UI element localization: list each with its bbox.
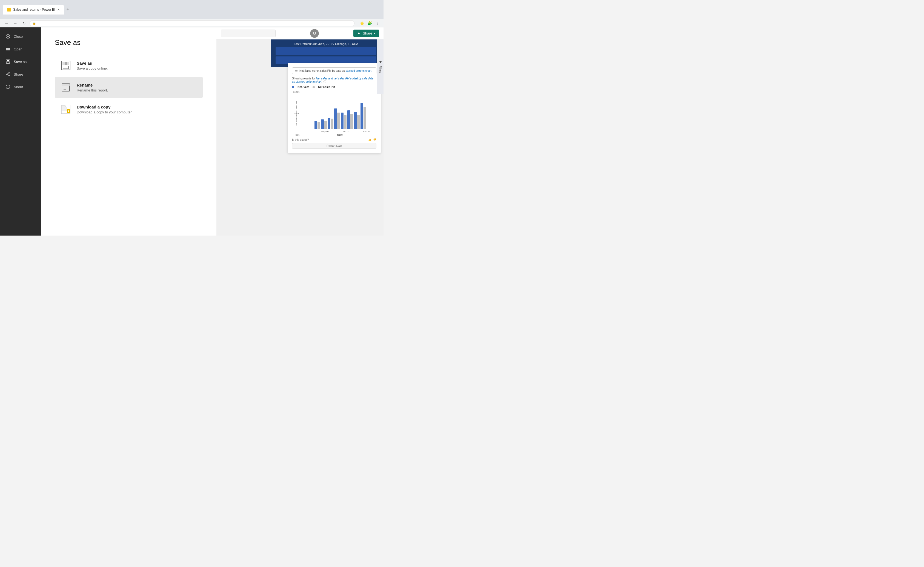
bar-group-4 (334, 108, 340, 129)
bar-ns-8 (360, 103, 363, 129)
browser-address-bar-area: ← → ↻ 🔒 ⭐ 🧩 ⋮ (0, 19, 384, 27)
filters-text: Filters (379, 66, 382, 73)
share-btn-label: Share (363, 31, 372, 35)
share-chevron: ▾ (374, 32, 375, 35)
bar-pm-3 (331, 118, 333, 129)
bar-pm-6 (350, 114, 353, 129)
restart-qa-button[interactable]: Restart Q&A (292, 143, 376, 149)
net-sales-pm-dot (313, 86, 315, 88)
bar-ns-1 (315, 121, 317, 129)
chart-bars (303, 91, 376, 129)
download-copy-desc: Download a copy to your computer. (77, 110, 133, 114)
sidebar: Close Open Save as (0, 27, 41, 236)
save-icon (6, 59, 10, 64)
sidebar-item-about[interactable]: About (0, 81, 41, 93)
qa-useful-text: Is this useful? (292, 138, 309, 141)
sidebar-item-save-as[interactable]: Save as (0, 56, 41, 68)
save-as-online-label: Save as (77, 61, 108, 66)
blue-refresh-banner: Last Refresh: Jun 30th, 2019 / Chicago, … (271, 39, 381, 67)
save-as-label: Save as (14, 60, 27, 64)
sidebar-item-close[interactable]: Close (0, 30, 41, 43)
refresh-button[interactable]: ↻ (21, 20, 27, 27)
bar-group-5 (341, 112, 346, 129)
menu-icon[interactable]: ⋮ (374, 20, 380, 26)
bar-group-2 (321, 119, 327, 129)
user-avatar: U (310, 29, 319, 38)
tab-close-button[interactable]: × (57, 8, 60, 12)
chat-icon (295, 70, 298, 72)
x-label-jun02: Jun 02 (342, 130, 350, 133)
y-tick-0k: $0K (296, 134, 299, 136)
browser-tab-bar: Sales and returns - Power BI × + (0, 0, 384, 19)
qa-results-label: Showing results for Net sales and net sa… (292, 77, 376, 84)
svg-rect-2 (7, 60, 9, 61)
thumbs-up-icon[interactable]: 👍 (368, 138, 372, 141)
filters-tab[interactable]: Filters (377, 39, 384, 94)
save-as-online-text: Save as Save a copy online. (77, 61, 108, 70)
rename-option[interactable]: Rename Rename this report. (55, 77, 203, 98)
address-input[interactable]: 🔒 (30, 20, 354, 26)
qa-search-box[interactable]: Net Sales vs net sales PM by date as sta… (292, 68, 376, 74)
save-as-panel: Save as Save as Save a copy online. (41, 27, 216, 236)
close-icon (6, 34, 10, 39)
chart-y-label: Net Sales and Net Sales PM (296, 101, 297, 126)
y-tick-100k: $100K (293, 91, 299, 93)
svg-line-8 (7, 75, 9, 75)
background-content: U Share ▾ Last Refresh: Jun 30th, 2019 /… (216, 27, 384, 236)
qa-feedback-buttons: 👍 👎 (368, 138, 376, 141)
bar-ns-5 (341, 112, 344, 129)
x-label-jun30: Jun 30 (362, 130, 370, 133)
lock-icon: 🔒 (33, 22, 36, 25)
browser-action-buttons: ⭐ 🧩 ⋮ (359, 20, 380, 26)
bar-ns-6 (347, 110, 350, 129)
sidebar-item-share[interactable]: Share (0, 68, 41, 81)
back-button[interactable]: ← (3, 20, 10, 27)
qa-footer: Is this useful? 👍 👎 (292, 138, 376, 141)
rename-desc: Rename this report. (77, 88, 108, 92)
bar-pm-7 (357, 115, 360, 129)
download-copy-option[interactable]: Download a copy Download a copy to your … (55, 99, 203, 120)
close-label: Close (14, 34, 23, 39)
info-icon (6, 84, 10, 89)
powerbi-topbar: U Share ▾ (216, 27, 384, 39)
blue-bar-1 (276, 47, 376, 55)
svg-rect-15 (63, 66, 69, 69)
last-refresh-text: Last Refresh: Jun 30th, 2019 / Chicago, … (294, 42, 358, 45)
forward-button[interactable]: → (12, 20, 19, 27)
download-icon (60, 104, 71, 115)
extensions-icon[interactable]: 🧩 (366, 20, 372, 26)
download-copy-label: Download a copy (77, 105, 133, 109)
save-as-online-desc: Save a copy online. (77, 66, 108, 70)
open-label: Open (14, 47, 22, 51)
svg-rect-17 (62, 84, 70, 86)
bar-group-7 (354, 112, 360, 129)
thumbs-down-icon[interactable]: 👎 (373, 138, 376, 141)
x-label-may05: May 05 (321, 130, 329, 133)
svg-point-4 (9, 73, 10, 74)
app-container: Close Open Save as (0, 27, 384, 236)
search-box (221, 30, 276, 37)
bar-pm-8 (363, 107, 366, 129)
save-as-online-option[interactable]: Save as Save a copy online. (55, 55, 203, 76)
bar-ns-2 (321, 119, 324, 129)
net-sales-legend-label: Net Sales (297, 86, 309, 88)
bar-pm-4 (337, 112, 340, 129)
bar-ns-3 (328, 118, 330, 129)
new-tab-button[interactable]: + (64, 6, 72, 14)
share-btn-icon (357, 32, 361, 35)
svg-point-6 (7, 74, 8, 75)
bookmark-icon[interactable]: ⭐ (359, 20, 365, 26)
share-button[interactable]: Share ▾ (353, 30, 379, 37)
filters-label (379, 60, 382, 64)
browser-tab[interactable]: Sales and returns - Power BI × (3, 4, 64, 15)
share-label: Share (14, 72, 23, 76)
svg-line-7 (7, 73, 9, 74)
rename-label: Rename (77, 83, 108, 87)
chart-x-title: Date (303, 134, 376, 136)
qa-chart-card: Net Sales vs net sales PM by date as sta… (288, 63, 381, 153)
share-sidebar-icon (6, 72, 10, 77)
bar-pm-1 (318, 122, 320, 129)
bar-ns-7 (354, 112, 357, 129)
sidebar-item-open[interactable]: Open (0, 43, 41, 56)
svg-rect-3 (7, 62, 9, 63)
